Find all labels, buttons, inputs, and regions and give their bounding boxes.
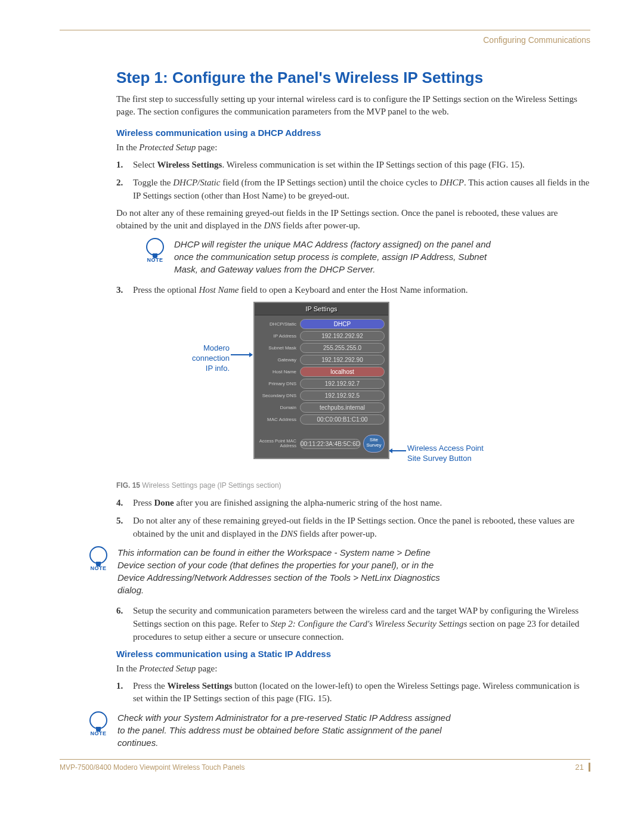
lead-text-static: In the Protected Setup page:	[116, 662, 590, 675]
intro-text: The first step to successfully setting u…	[116, 93, 590, 118]
note-text-2: This information can be found in either …	[117, 546, 451, 596]
footer-rule	[60, 759, 590, 760]
figure-caption: FIG. 15 Wireless Settings page (IP Setti…	[116, 481, 590, 490]
post-step-2: Do not alter any of these remaining grey…	[116, 207, 590, 232]
row-domain: Domain techpubs.internal	[258, 402, 385, 413]
note-icon: NOTE	[143, 238, 167, 263]
note-icon: NOTE	[86, 711, 110, 736]
row-dhcp-static: DHCP/Static DHCP	[258, 319, 385, 329]
row-ap-mac: Access Point MAC Address 00:11:22:3A:4B:…	[258, 435, 385, 453]
top-rule	[60, 30, 590, 30]
hostname-field[interactable]: localhost	[300, 367, 385, 377]
dhcp-field[interactable]: DHCP	[300, 319, 385, 329]
note-text-1: DHCP will register the unique MAC Addres…	[174, 238, 508, 275]
page-title: Step 1: Configure the Panel's Wireless I…	[116, 69, 590, 87]
pri-dns-field: 192.192.92.7	[300, 379, 385, 389]
section-header: Configuring Communications	[60, 35, 590, 45]
bulb-icon	[89, 711, 107, 729]
step-1: 1. Select Wireless Settings. Wireless co…	[116, 159, 590, 172]
note-block-2: NOTE This information can be found in ei…	[86, 546, 590, 596]
row-ip-address: IP Address 192.192.292.92	[258, 331, 385, 341]
arrow-right	[389, 450, 406, 451]
step-3: 3. Press the optional Host Name field to…	[116, 284, 590, 297]
row-subnet: Subnet Mask 255.255.255.0	[258, 343, 385, 353]
ap-mac-field: 00:11:22:3A:4B:5C:6D	[300, 439, 361, 449]
subheading-static: Wireless communication using a Static IP…	[116, 649, 590, 659]
mac-field: 00:C0:00:B1:C1:00	[300, 414, 385, 425]
note-icon: NOTE	[86, 546, 110, 571]
sec-dns-field: 192.192.92.5	[300, 391, 385, 401]
bulb-icon	[89, 546, 107, 564]
gateway-field: 192.192.292.90	[300, 355, 385, 365]
note-text-3: Check with your System Administrator for…	[117, 711, 451, 749]
callout-left: Modero connection IP info.	[170, 343, 230, 374]
arrow-left	[231, 354, 252, 355]
subnet-field: 255.255.255.0	[300, 343, 385, 353]
callout-right: Wireless Access Point Site Survey Button	[407, 444, 484, 464]
panel-title: IP Settings	[255, 303, 388, 315]
step-2: 2. Toggle the DHCP/Static field (from th…	[116, 176, 590, 203]
row-sec-dns: Secondary DNS 192.192.92.5	[258, 391, 385, 401]
figure-15: Modero connection IP info. IP Settings D…	[116, 302, 590, 478]
site-survey-button[interactable]: Site Survey	[363, 435, 385, 453]
step-4: 4. Press Done after you are finished ass…	[116, 497, 590, 510]
row-gateway: Gateway 192.192.292.90	[258, 355, 385, 365]
bulb-icon	[146, 238, 164, 256]
note-block-3: NOTE Check with your System Administrato…	[86, 711, 590, 749]
lead-text: In the Protected Setup page:	[116, 141, 590, 154]
page-number: 21	[575, 763, 590, 772]
domain-field: techpubs.internal	[300, 402, 385, 413]
subheading-dhcp: Wireless communication using a DHCP Addr…	[116, 128, 590, 138]
static-step-1: 1. Press the Wireless Settings button (l…	[116, 680, 590, 706]
ip-settings-panel: IP Settings DHCP/Static DHCP IP Address …	[253, 302, 389, 459]
step-5: 5. Do not alter any of these remaining g…	[116, 515, 590, 541]
row-pri-dns: Primary DNS 192.192.92.7	[258, 379, 385, 389]
row-hostname: Host Name localhost	[258, 367, 385, 377]
footer-text: MVP-7500/8400 Modero Viewpoint Wireless …	[60, 763, 244, 772]
row-mac: MAC Address 00:C0:00:B1:C1:00	[258, 414, 385, 425]
note-block-1: NOTE DHCP will register the unique MAC A…	[143, 238, 590, 275]
ip-address-field: 192.192.292.92	[300, 331, 385, 341]
step-6: 6. Setup the security and communication …	[116, 605, 590, 643]
